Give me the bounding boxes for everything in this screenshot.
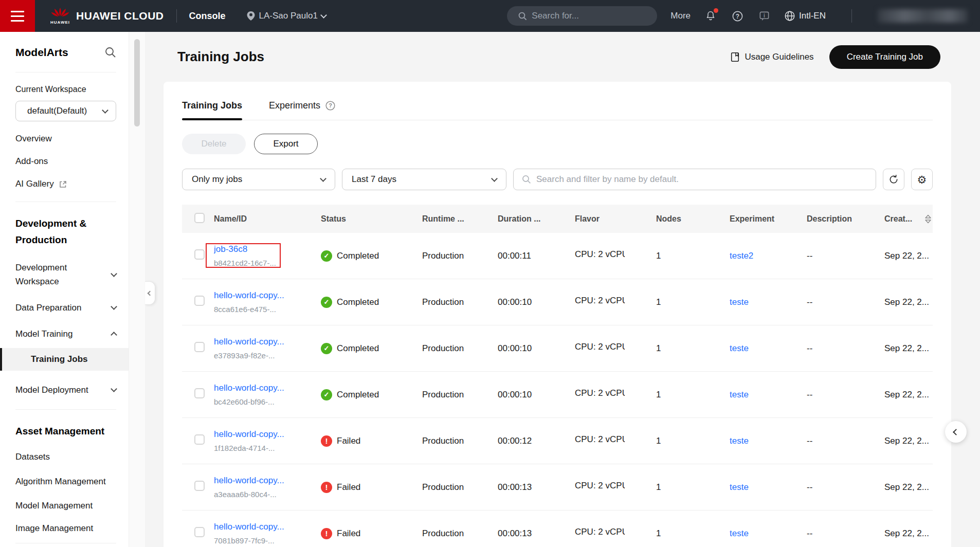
section-development-production: Development & Production xyxy=(15,215,116,248)
sort-icon[interactable] xyxy=(924,214,932,224)
table-row: hello-world-copy... e37893a9-f82e-... Co… xyxy=(182,325,933,372)
sidebar-item-overview[interactable]: Overview xyxy=(15,134,116,144)
sidebar-item-training-jobs-active[interactable]: Training Jobs xyxy=(0,348,129,371)
section-asset-management: Asset Management xyxy=(15,423,116,440)
job-name-link[interactable]: hello-world-copy... xyxy=(214,290,315,301)
table-body: job-36c8 b8421cd2-16c7-... Completed Pro… xyxy=(182,233,933,547)
language-label: Intl-EN xyxy=(799,11,826,21)
usage-guidelines-label: Usage Guidelines xyxy=(745,52,813,62)
nodes-cell: 1 xyxy=(656,297,730,307)
workspace-select[interactable]: default(Default) xyxy=(15,101,116,121)
job-name-link[interactable]: hello-world-copy... xyxy=(214,522,315,532)
description-cell: -- xyxy=(807,251,884,261)
description-cell: -- xyxy=(807,436,884,446)
duration-cell: 00:00:10 xyxy=(498,297,575,307)
refresh-button[interactable] xyxy=(883,169,904,190)
row-checkbox[interactable] xyxy=(194,388,205,398)
sidebar-item-image-management[interactable]: Image Management xyxy=(15,523,116,534)
sidebar-item-ai-gallery[interactable]: AI Gallery xyxy=(15,179,116,189)
table-search-input[interactable]: Search and filter by name by default. xyxy=(513,169,876,190)
hamburger-menu-button[interactable] xyxy=(0,0,35,32)
row-checkbox[interactable] xyxy=(194,481,205,491)
job-name-link[interactable]: hello-world-copy... xyxy=(214,337,315,347)
chevron-down-icon xyxy=(111,303,117,310)
account-menu-redacted[interactable] xyxy=(878,9,968,23)
global-search-input[interactable]: Search for... xyxy=(507,6,657,26)
flavor-cell: CPU: 2 vCPU xyxy=(575,527,656,540)
header-duration: Duration ... xyxy=(498,214,575,224)
filters-bar: Only my jobs Last 7 days Search and filt… xyxy=(182,169,933,190)
region-label: LA-Sao Paulo1 xyxy=(259,11,318,21)
sidebar-item-algorithm-management[interactable]: Algorithm Management xyxy=(15,475,116,488)
language-selector[interactable]: Intl-EN xyxy=(784,10,826,22)
table-row: hello-world-copy... 8cca61e6-e475-... Co… xyxy=(182,279,933,325)
description-cell: -- xyxy=(807,482,884,493)
row-checkbox[interactable] xyxy=(194,249,205,260)
table-settings-button[interactable]: ⚙ xyxy=(911,169,933,190)
experiment-link[interactable]: teste xyxy=(730,297,749,307)
experiment-link[interactable]: teste xyxy=(730,528,749,538)
status-label: Completed xyxy=(337,251,379,261)
experiment-link[interactable]: teste xyxy=(730,436,749,446)
job-name-link[interactable]: hello-world-copy... xyxy=(214,383,315,393)
runtime-cell: Production xyxy=(422,390,498,400)
export-button[interactable]: Export xyxy=(254,134,318,154)
job-name-link[interactable]: job-36c8 xyxy=(214,244,315,254)
sidebar-item-model-deployment[interactable]: Model Deployment xyxy=(15,383,116,397)
row-checkbox[interactable] xyxy=(194,342,205,352)
sidebar-item-development-workspace[interactable]: Development Workspace xyxy=(15,261,116,288)
sidebar-item-data-preparation[interactable]: Data Preparation xyxy=(15,301,116,315)
tab-experiments[interactable]: Experiments ? xyxy=(269,100,336,120)
sidebar-item-model-management[interactable]: Model Management xyxy=(15,501,116,511)
current-workspace-label: Current Workspace xyxy=(15,85,116,94)
chevron-down-icon xyxy=(491,175,498,182)
row-checkbox[interactable] xyxy=(194,434,205,445)
sidebar-item-addons[interactable]: Add-ons xyxy=(15,156,116,167)
sidebar-divider xyxy=(15,202,116,202)
sidebar-item-model-training[interactable]: Model Training xyxy=(15,327,116,341)
job-id: e37893a9-f82e-... xyxy=(214,351,315,360)
sidebar-collapse-handle[interactable] xyxy=(145,281,155,305)
console-link[interactable]: Console xyxy=(189,11,226,22)
region-selector[interactable]: LA-Sao Paulo1 xyxy=(246,11,326,21)
experiments-help-icon[interactable]: ? xyxy=(325,100,336,111)
created-cell: Sep 22, 2... xyxy=(884,528,933,539)
panel-collapse-button[interactable] xyxy=(945,421,967,443)
delete-button[interactable]: Delete xyxy=(182,134,246,154)
sidebar: ModelArts Current Workspace default(Defa… xyxy=(0,32,129,547)
notifications-bell-button[interactable] xyxy=(704,9,717,23)
experiment-link[interactable]: teste xyxy=(730,343,749,353)
select-all-checkbox[interactable] xyxy=(194,213,205,223)
feedback-button[interactable]: i xyxy=(757,9,771,23)
experiment-link[interactable]: teste2 xyxy=(730,251,753,261)
help-button[interactable]: ? xyxy=(731,9,744,23)
description-cell: -- xyxy=(807,343,884,354)
row-checkbox[interactable] xyxy=(194,527,205,537)
created-cell: Sep 22, 2... xyxy=(884,251,933,261)
sidebar-item-datasets[interactable]: Datasets xyxy=(15,452,116,462)
time-range-select[interactable]: Last 7 days xyxy=(342,169,506,190)
scope-select[interactable]: Only my jobs xyxy=(182,169,335,190)
sidebar-search-icon[interactable] xyxy=(105,47,116,58)
usage-guidelines-link[interactable]: Usage Guidelines xyxy=(730,52,813,62)
chevron-left-icon xyxy=(148,290,153,296)
workspace-select-value: default(Default) xyxy=(27,106,87,116)
job-name-link[interactable]: hello-world-copy... xyxy=(214,429,315,440)
flavor-cell: CPU: 2 vCPU xyxy=(575,481,656,494)
experiment-link[interactable]: teste xyxy=(730,482,749,492)
chevron-down-icon xyxy=(320,12,327,19)
status-icon xyxy=(321,343,332,354)
more-menu[interactable]: More xyxy=(670,11,691,21)
svg-text:?: ? xyxy=(329,102,332,108)
status-label: Completed xyxy=(337,297,379,307)
job-name-link[interactable]: hello-world-copy... xyxy=(214,476,315,486)
job-id: a3eaaa6b-80c4-... xyxy=(214,490,315,499)
experiment-link[interactable]: teste xyxy=(730,390,749,399)
tab-training-jobs[interactable]: Training Jobs xyxy=(182,100,242,120)
row-checkbox[interactable] xyxy=(194,296,205,306)
navbar-divider xyxy=(176,9,177,23)
sidebar-scrollbar-thumb[interactable] xyxy=(134,39,140,126)
create-training-job-button[interactable]: Create Training Job xyxy=(829,45,940,69)
nodes-cell: 1 xyxy=(656,251,730,261)
duration-cell: 00:00:13 xyxy=(498,482,575,493)
